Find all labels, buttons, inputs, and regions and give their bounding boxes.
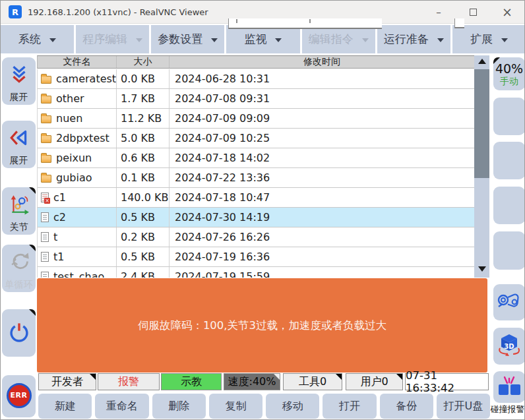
backup-button[interactable]: 备份 xyxy=(380,394,433,419)
open-button[interactable]: 打开 xyxy=(323,394,376,419)
file-type-icon xyxy=(41,76,51,84)
table-scrollbar[interactable] xyxy=(474,55,489,278)
joint-coordinate-icon xyxy=(2,187,36,221)
speed-mode-button[interactable]: 40% 手动 xyxy=(493,57,525,90)
status-alarm[interactable]: 报警 xyxy=(98,373,160,390)
corner-mark xyxy=(90,374,96,380)
move-button[interactable]: 移动 xyxy=(266,394,319,419)
menu-parameter-settings[interactable]: 参数设置 xyxy=(151,25,224,53)
rename-button[interactable]: 重命名 xyxy=(95,394,148,419)
file-type-icon xyxy=(41,96,51,104)
table-row[interactable]: cameratest 0.0 KB 2024-06-28 10:31 xyxy=(38,69,474,89)
expand-down-icon xyxy=(2,57,36,91)
table-row[interactable]: nuen 11.2 KB 2024-07-09 09:09 xyxy=(38,109,474,129)
scroll-up-button[interactable] xyxy=(474,55,489,67)
menu-extension[interactable]: 扩展 xyxy=(452,25,525,53)
corner-mark xyxy=(396,374,402,380)
file-type-icon xyxy=(41,175,51,183)
speed-value: 40% xyxy=(495,61,523,76)
maximize-icon xyxy=(470,9,477,16)
file-type-icon xyxy=(41,252,49,262)
power-button[interactable] xyxy=(2,309,36,357)
triangle-down-icon xyxy=(478,266,486,272)
remote-screen-artifact xyxy=(454,18,464,28)
realvnc-viewer-window: R 192.168.1.200 (x11vnc) - RealVNC Viewe… xyxy=(0,0,525,420)
err-icon: ERR xyxy=(7,383,32,408)
sidebar-button-blank-2[interactable] xyxy=(493,142,525,179)
table-row[interactable]: t 0.2 KB 2024-07-26 16:26 xyxy=(38,227,474,247)
file-type-icon xyxy=(41,272,49,278)
sidebar-button-blank-4[interactable] xyxy=(493,231,525,270)
chevron-down-icon xyxy=(49,38,56,42)
servo-alert-panel: 伺服故障码：100,关节3过载，加速度或者负载过大 xyxy=(37,278,487,373)
table-row[interactable]: test_chao 2.4 KB 2024-07-19 15:59 xyxy=(38,267,474,278)
file-type-icon xyxy=(41,115,51,123)
chevron-down-icon xyxy=(211,38,218,42)
scrollbar-thumb[interactable] xyxy=(474,69,489,178)
view-3d-icon: 3D xyxy=(496,332,522,360)
realvnc-logo-icon: R xyxy=(9,5,22,18)
remote-screen-artifact xyxy=(309,19,311,23)
remote-screen-artifact xyxy=(236,19,237,23)
menu-monitor[interactable]: 监视 xyxy=(226,25,299,53)
chevron-down-icon xyxy=(362,38,369,42)
column-header-size[interactable]: 大小 xyxy=(117,56,170,68)
file-type-icon xyxy=(41,232,49,242)
collision-alarm-icon xyxy=(496,375,522,400)
menu-edit-command: 编辑指令 xyxy=(302,25,375,53)
status-speed[interactable]: 速度:40% xyxy=(224,373,280,390)
file-type-icon xyxy=(41,193,49,202)
new-button[interactable]: 新建 xyxy=(38,394,92,419)
table-row[interactable]: peixun 0.6 KB 2024-07-18 14:02 xyxy=(38,148,474,168)
menu-program-edit: 程序编辑 xyxy=(76,25,149,53)
chevron-down-icon xyxy=(136,38,142,42)
menu-system[interactable]: 系统 xyxy=(1,25,74,53)
table-header: 文件名 大小 修改时间 xyxy=(37,55,474,69)
file-table-body: cameratest 0.0 KB 2024-06-28 10:31 other… xyxy=(37,69,474,278)
minimize-button[interactable]: – xyxy=(421,1,456,24)
sidebar-button-blank-3[interactable] xyxy=(493,187,525,224)
column-header-modified[interactable]: 修改时间 xyxy=(170,56,474,68)
table-row-selected[interactable]: c2 0.5 KB 2024-07-30 14:19 xyxy=(38,208,474,227)
manual-mode-label: 手动 xyxy=(500,76,518,87)
drag-teach-button[interactable] xyxy=(493,284,525,320)
chevron-down-icon xyxy=(501,38,508,42)
table-row[interactable]: gubiao 0.1 KB 2024-07-22 13:36 xyxy=(38,168,474,188)
view-3d-button[interactable]: 3D xyxy=(493,328,525,365)
chevron-down-icon xyxy=(437,38,444,42)
drag-teach-icon xyxy=(496,289,522,316)
joint-mode-button[interactable]: 关节 xyxy=(2,187,36,235)
status-datetime: 07-31 16:33:42 xyxy=(405,373,489,390)
table-row[interactable]: c1 140.0 KB 2024-07-18 10:47 xyxy=(38,188,474,208)
single-cycle-button[interactable]: 单循环 xyxy=(2,245,36,292)
status-tool[interactable]: 工具0 xyxy=(283,373,342,390)
file-type-icon xyxy=(41,155,51,163)
status-teach-mode[interactable]: 示教 xyxy=(161,373,222,390)
table-row[interactable]: t1 0.5 KB 2024-07-19 16:36 xyxy=(38,247,474,267)
status-user-frame[interactable]: 用户0 xyxy=(346,373,403,390)
corner-mark xyxy=(336,374,342,380)
scroll-down-button[interactable] xyxy=(474,263,489,274)
status-user-role[interactable]: 开发者 xyxy=(38,373,96,390)
file-type-icon xyxy=(41,135,51,143)
close-button[interactable]: × xyxy=(490,1,524,24)
window-title: 192.168.1.200 (x11vnc) - RealVNC Viewer xyxy=(28,7,208,17)
expand-down-button[interactable]: 展开 xyxy=(2,57,36,105)
remote-screen-artifact xyxy=(228,18,382,29)
table-row[interactable]: other 1.7 KB 2024-07-08 09:31 xyxy=(38,89,474,109)
delete-button[interactable]: 删除 xyxy=(152,394,206,419)
error-button[interactable]: ERR xyxy=(2,375,36,417)
file-action-bar: 新建 重命名 删除 复制 移动 打开 备份 打开U盘 xyxy=(38,394,490,419)
window-controls: – × xyxy=(421,1,524,24)
file-type-icon xyxy=(41,212,49,222)
expand-left-button[interactable]: 展开 xyxy=(2,121,36,168)
svg-text:3D: 3D xyxy=(504,343,514,350)
copy-button[interactable]: 复制 xyxy=(209,394,262,419)
single-cycle-icon xyxy=(2,245,36,278)
sidebar-button-blank-1[interactable] xyxy=(493,98,525,135)
menu-run-prepare[interactable]: 运行准备 xyxy=(377,25,450,53)
column-header-filename[interactable]: 文件名 xyxy=(38,56,117,68)
collision-alarm-button[interactable] xyxy=(493,371,525,403)
table-row[interactable]: 2dbpxtest 5.0 KB 2024-07-09 10:25 xyxy=(38,129,474,148)
open-usb-button[interactable]: 打开U盘 xyxy=(437,394,490,419)
